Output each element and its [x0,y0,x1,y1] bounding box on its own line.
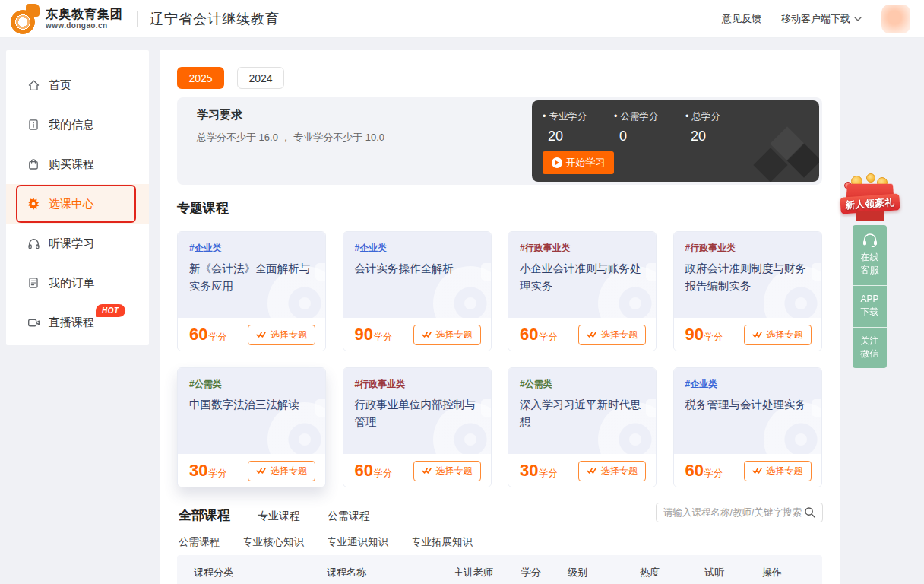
follow-wechat-button[interactable]: 关注 微信 [853,327,887,369]
site-title: 辽宁省会计继续教育 [150,10,280,28]
col-lecturer: 主讲老师 [454,566,521,579]
double-check-icon [256,331,267,338]
credit-value: 60 [189,325,207,344]
topic-card[interactable]: #公需类 深入学习习近平新时代思想 30学分 选择专题 [508,367,657,487]
chevron-down-icon [854,17,862,21]
sidebar-item-my-info[interactable]: 我的信息 [6,105,149,144]
category-tag: #企业类 [189,242,314,255]
orders-icon [27,276,40,290]
sidebar-item-course-selection[interactable]: 选课中心 [6,184,149,224]
select-topic-button[interactable]: 选择专题 [248,461,315,481]
select-topic-button[interactable]: 选择专题 [744,461,812,481]
credit-unit: 学分 [208,331,226,344]
course-subtabs: 公需课程 专业核心知识 专业通识知识 专业拓展知识 [179,535,473,549]
play-icon [552,157,562,168]
sidebar-item-my-orders[interactable]: 我的订单 [6,263,149,303]
credits-summary-panel: 专业学分 20 公需学分 0 总学分 20 开始学习 [532,100,819,182]
headset-icon [862,233,878,247]
subtab-general-knowledge[interactable]: 专业通识知识 [327,535,388,549]
credit-unit: 学分 [208,467,226,480]
floating-service-stack: 在线 客服 APP 下载 关注 微信 [853,225,887,368]
double-check-icon [422,331,432,338]
category-tag: #企业类 [685,378,810,391]
select-topic-button[interactable]: 选择专题 [578,461,646,481]
credit-unit: 学分 [374,331,392,344]
feedback-link[interactable]: 意见反馈 [722,12,761,26]
topic-card[interactable]: #行政事业类 行政事业单位内部控制与管理 60学分 选择专题 [343,367,492,487]
hot-badge: HOT [96,304,125,317]
sidebar-item-label: 选课中心 [49,197,94,211]
credit-value: 60 [520,325,538,344]
requirements-title: 学习要求 [197,108,242,122]
col-popularity: 热度 [640,566,704,579]
credit-value: 60 [685,461,704,481]
category-tag: #行政事业类 [355,378,479,391]
select-topic-button[interactable]: 选择专题 [578,325,646,345]
sidebar-item-label: 我的信息 [49,118,94,132]
category-tag: #行政事业类 [520,242,644,255]
select-topic-button[interactable]: 选择专题 [744,325,812,345]
topic-card[interactable]: #公需类 中国数字法治三法解读 30学分 选择专题 [177,367,326,487]
tab-all-courses[interactable]: 全部课程 [179,506,230,524]
sidebar-item-home[interactable]: 首页 [6,65,149,105]
credit-unit: 学分 [374,467,392,480]
dongao-logo-icon [9,4,41,34]
select-topic-button[interactable]: 选择专题 [413,325,481,345]
sidebar-item-label: 我的订单 [49,276,94,290]
double-check-icon [422,467,432,474]
stat-public-credits: 公需学分 0 [614,110,685,144]
page: 东奥教育集团 www.dongao.cn 辽宁省会计继续教育 意见反馈 移动客户… [0,0,924,584]
category-tag: #公需类 [520,378,644,391]
double-check-icon [752,331,763,338]
stat-total-credits: 总学分 20 [685,110,757,144]
subtab-extended-knowledge[interactable]: 专业拓展知识 [411,535,473,549]
topic-title: 新《会计法》全面解析与实务应用 [189,260,314,295]
double-check-icon [752,467,763,474]
topic-title: 深入学习习近平新时代思想 [520,396,644,431]
subtab-public-courses[interactable]: 公需课程 [179,535,220,549]
app-download-link[interactable]: 移动客户端下载 [781,12,862,26]
tab-public-courses[interactable]: 公需课程 [328,509,370,523]
newcomer-gift-badge[interactable]: 新人领豪礼 [840,176,900,223]
search-icon[interactable] [804,506,816,519]
app-download-button[interactable]: APP 下载 [853,285,887,327]
requirements-detail: 总学分不少于 16.0 ， 专业学分不少于 10.0 [197,131,384,144]
select-topic-button[interactable]: 选择专题 [413,461,481,481]
year-tab-2024[interactable]: 2024 [237,67,284,89]
topic-card[interactable]: #企业类 税务管理与会计处理实务 60学分 选择专题 [673,367,822,487]
sidebar-item-listen-learn[interactable]: 听课学习 [6,224,149,263]
select-topic-button[interactable]: 选择专题 [248,325,315,345]
topic-card[interactable]: #企业类 新《会计法》全面解析与实务应用 60学分 选择专题 [177,231,326,351]
col-course-category: 课程分类 [194,566,327,579]
brand-logo[interactable]: 东奥教育集团 www.dongao.cn [9,4,123,34]
sidebar-item-live-courses[interactable]: 直播课程 HOT [6,303,149,342]
course-table-header: 课程分类 课程名称 主讲老师 学分 级别 热度 试听 操作 [177,555,822,584]
gift-box-base [856,211,884,221]
subtab-core-knowledge[interactable]: 专业核心知识 [242,535,304,549]
double-check-icon [587,331,597,338]
col-actions: 操作 [762,566,822,579]
credit-value: 30 [520,461,538,481]
col-level: 级别 [568,566,640,579]
user-avatar[interactable] [881,5,910,33]
home-icon [27,78,40,92]
double-check-icon [587,467,597,474]
online-service-button[interactable]: 在线 客服 [853,225,887,285]
stat-professional-credits: 专业学分 20 [543,110,614,144]
shopping-bag-icon [27,157,40,171]
credit-unit: 学分 [539,331,557,344]
sidebar-item-buy-courses[interactable]: 购买课程 [6,144,149,184]
logo-url: www.dongao.cn [46,21,123,30]
topic-title: 行政事业单位内部控制与管理 [355,396,479,431]
col-audition: 试听 [704,566,762,579]
double-check-icon [256,467,267,474]
start-learning-button[interactable]: 开始学习 [543,151,614,174]
topic-card[interactable]: #企业类 会计实务操作全解析 90学分 选择专题 [343,231,492,351]
topic-card[interactable]: #行政事业类 小企业会计准则与账务处理实务 60学分 选择专题 [508,231,657,351]
header-divider [137,11,138,27]
topic-card[interactable]: #行政事业类 政府会计准则制度与财务报告编制实务 90学分 选择专题 [673,231,822,351]
credit-value: 90 [685,325,704,344]
tab-professional-courses[interactable]: 专业课程 [258,509,300,523]
year-tab-2025[interactable]: 2025 [177,67,224,89]
search-input[interactable] [663,507,804,518]
